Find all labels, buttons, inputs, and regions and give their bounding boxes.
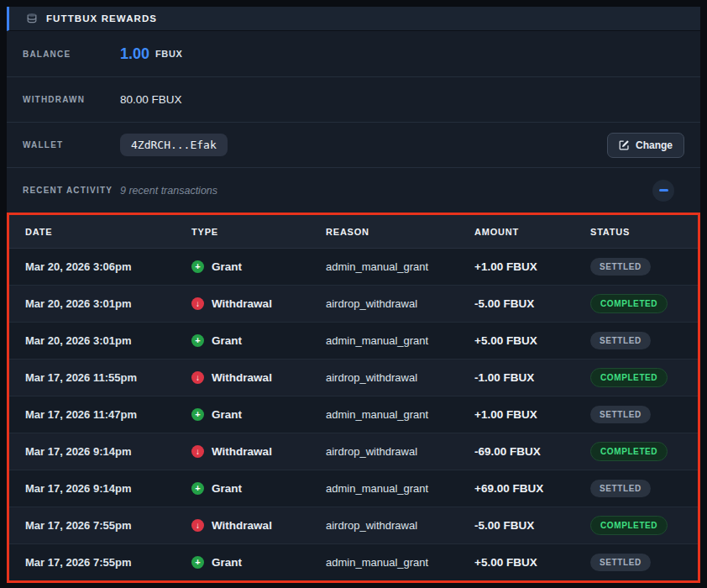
type-label: Grant	[212, 408, 242, 421]
collapse-activity-button[interactable]	[652, 180, 674, 202]
cell-date: Mar 17, 2026 9:14pm	[25, 445, 191, 458]
type-label: Withdrawal	[212, 371, 272, 384]
widget-header: FUTTBUX REWARDS	[7, 7, 700, 31]
cell-amount: +5.00 FBUX	[474, 556, 590, 569]
plus-circle-icon: +	[191, 556, 204, 569]
type-label: Withdrawal	[212, 519, 272, 532]
status-badge: COMPLETED	[590, 516, 668, 535]
type-label: Grant	[212, 482, 242, 495]
rewards-widget: FUTTBUX REWARDS BALANCE 1.00 FBUX WITHDR…	[7, 7, 700, 583]
recent-activity-count: 9 recent transactions	[120, 185, 217, 197]
cell-reason: admin_manual_grant	[326, 556, 474, 569]
change-wallet-button[interactable]: Change	[607, 133, 684, 158]
cell-type: + Grant	[191, 408, 326, 421]
cell-status: COMPLETED	[590, 368, 698, 387]
cell-amount: -5.00 FBUX	[474, 297, 590, 310]
cell-type: ↓ Withdrawal	[191, 519, 326, 532]
cell-type: ↓ Withdrawal	[191, 297, 326, 310]
table-row[interactable]: Mar 20, 2026 3:06pm + Grant admin_manual…	[9, 249, 698, 286]
withdrawn-value: 80.00 FBUX	[120, 93, 182, 106]
cell-reason: airdrop_withdrawal	[326, 297, 474, 310]
table-row[interactable]: Mar 20, 2026 3:01pm + Grant admin_manual…	[9, 323, 698, 360]
table-header-row: DATE TYPE REASON AMOUNT STATUS	[9, 215, 698, 249]
type-label: Grant	[212, 556, 242, 569]
column-header-reason: REASON	[326, 227, 474, 237]
cell-status: SETTLED	[590, 406, 698, 423]
plus-circle-icon: +	[191, 334, 204, 347]
cell-status: SETTLED	[590, 480, 698, 497]
arrow-down-circle-icon: ↓	[191, 297, 204, 310]
cell-amount: +5.00 FBUX	[474, 334, 590, 347]
cell-date: Mar 17, 2026 7:55pm	[25, 556, 191, 569]
balance-value: 1.00	[120, 45, 149, 63]
cell-date: Mar 17, 2026 9:14pm	[25, 482, 191, 495]
type-label: Grant	[212, 334, 242, 347]
status-badge: SETTLED	[590, 406, 651, 423]
cell-type: ↓ Withdrawal	[191, 445, 326, 458]
status-badge: SETTLED	[590, 554, 651, 571]
column-header-status: STATUS	[590, 227, 698, 237]
table-row[interactable]: Mar 17, 2026 7:55pm + Grant admin_manual…	[9, 544, 698, 580]
arrow-down-circle-icon: ↓	[191, 519, 204, 532]
cell-type: + Grant	[191, 334, 326, 347]
balance-row: BALANCE 1.00 FBUX	[7, 31, 700, 77]
change-button-label: Change	[636, 139, 673, 151]
cell-reason: admin_manual_grant	[326, 334, 474, 347]
withdrawn-label: WITHDRAWN	[23, 95, 120, 104]
cell-reason: airdrop_withdrawal	[326, 371, 474, 384]
cell-amount: -1.00 FBUX	[474, 371, 590, 384]
cell-date: Mar 17, 2026 11:55pm	[25, 371, 191, 384]
column-header-amount: AMOUNT	[474, 227, 590, 237]
edit-icon	[619, 139, 630, 150]
cell-amount: -5.00 FBUX	[474, 519, 590, 532]
arrow-down-circle-icon: ↓	[191, 445, 204, 458]
cell-reason: airdrop_withdrawal	[326, 445, 474, 458]
plus-circle-icon: +	[191, 482, 204, 495]
minus-icon	[659, 189, 668, 192]
table-row[interactable]: Mar 20, 2026 3:01pm ↓ Withdrawal airdrop…	[9, 286, 698, 323]
status-badge: COMPLETED	[590, 294, 668, 313]
cell-status: SETTLED	[590, 258, 698, 276]
recent-activity-row: RECENT ACTIVITY 9 recent transactions	[7, 168, 700, 213]
cell-date: Mar 17, 2026 7:55pm	[25, 519, 191, 532]
table-row[interactable]: Mar 17, 2026 9:14pm + Grant admin_manual…	[9, 470, 698, 507]
arrow-down-circle-icon: ↓	[191, 371, 204, 384]
type-label: Withdrawal	[212, 297, 272, 310]
balance-label: BALANCE	[23, 50, 120, 59]
cell-reason: airdrop_withdrawal	[326, 519, 474, 532]
cell-status: SETTLED	[590, 554, 698, 571]
cell-amount: +1.00 FBUX	[474, 408, 590, 421]
cell-reason: admin_manual_grant	[326, 260, 474, 273]
column-header-type: TYPE	[191, 227, 326, 237]
cell-type: ↓ Withdrawal	[191, 371, 326, 384]
cell-type: + Grant	[191, 556, 326, 569]
status-badge: COMPLETED	[590, 368, 668, 387]
cell-status: COMPLETED	[590, 442, 698, 461]
table-row[interactable]: Mar 17, 2026 7:55pm ↓ Withdrawal airdrop…	[9, 507, 698, 544]
table-row[interactable]: Mar 17, 2026 9:14pm ↓ Withdrawal airdrop…	[9, 433, 698, 470]
widget-title: FUTTBUX REWARDS	[46, 13, 157, 24]
status-badge: SETTLED	[590, 480, 651, 497]
cell-amount: +69.00 FBUX	[474, 482, 590, 495]
type-label: Withdrawal	[212, 445, 272, 458]
cell-date: Mar 20, 2026 3:01pm	[25, 297, 191, 310]
cell-date: Mar 17, 2026 11:47pm	[25, 408, 191, 421]
cell-type: + Grant	[191, 482, 326, 495]
cell-status: SETTLED	[590, 332, 698, 349]
status-badge: SETTLED	[590, 332, 651, 349]
balance-unit: FBUX	[155, 49, 182, 59]
cell-type: + Grant	[191, 260, 326, 273]
table-body: Mar 20, 2026 3:06pm + Grant admin_manual…	[9, 249, 698, 580]
wallet-label: WALLET	[23, 140, 120, 150]
cell-date: Mar 20, 2026 3:06pm	[25, 260, 191, 273]
wallet-address[interactable]: 4ZdRCH...Efak	[120, 134, 228, 156]
plus-circle-icon: +	[191, 408, 204, 421]
table-row[interactable]: Mar 17, 2026 11:55pm ↓ Withdrawal airdro…	[9, 360, 698, 396]
coins-icon	[26, 13, 38, 24]
recent-activity-label: RECENT ACTIVITY	[23, 186, 120, 195]
cell-amount: +1.00 FBUX	[474, 260, 590, 273]
transactions-table: DATE TYPE REASON AMOUNT STATUS Mar 20, 2…	[7, 213, 700, 583]
table-row[interactable]: Mar 17, 2026 11:47pm + Grant admin_manua…	[9, 396, 698, 433]
status-badge: COMPLETED	[590, 442, 668, 461]
wallet-row: WALLET 4ZdRCH...Efak Change	[7, 123, 700, 168]
